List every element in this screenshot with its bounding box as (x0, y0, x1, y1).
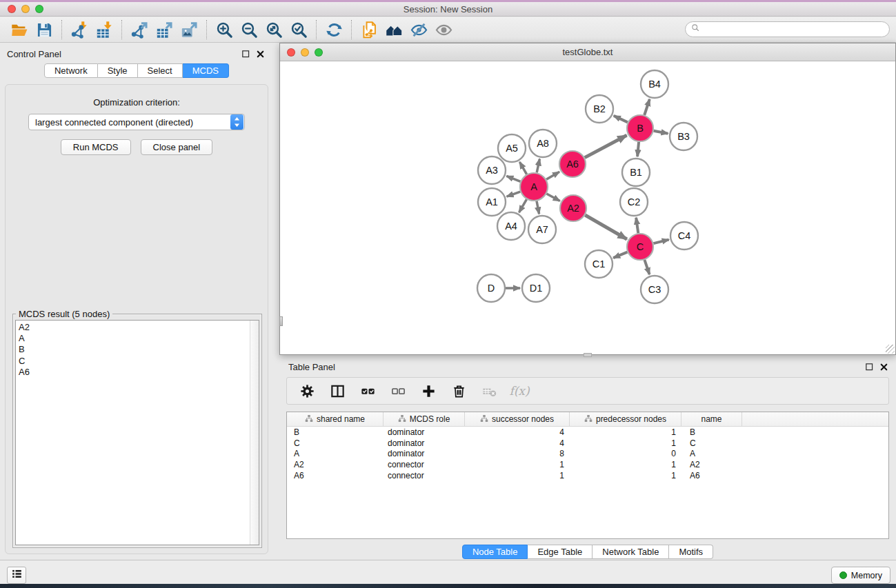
node-B3[interactable]: B3 (670, 123, 697, 150)
edge-A-A2[interactable] (546, 194, 559, 201)
search-input[interactable] (704, 25, 889, 34)
table-row[interactable]: Adominator80A (287, 448, 888, 459)
node-A3[interactable]: A3 (478, 156, 506, 184)
search-box[interactable] (685, 21, 890, 37)
export-image-button[interactable] (177, 19, 201, 41)
edge-C-C2[interactable] (636, 218, 638, 233)
duplicate-network-button[interactable] (357, 19, 381, 41)
mcds-result-item[interactable]: B (19, 344, 250, 355)
task-history-button[interactable] (7, 567, 26, 584)
zoom-selected-button[interactable] (286, 19, 311, 41)
node-C[interactable]: C (627, 234, 653, 260)
edge-A6-B[interactable] (585, 135, 627, 157)
node-A1[interactable]: A1 (478, 188, 506, 216)
select-all-button[interactable] (357, 381, 378, 401)
tab-node-table[interactable]: Node Table (462, 545, 528, 559)
edge-A-A8[interactable] (537, 159, 539, 173)
tab-network[interactable]: Network (44, 63, 98, 78)
open-session-button[interactable] (7, 19, 32, 41)
splitter-handle[interactable] (279, 316, 283, 326)
edge-A-A4[interactable] (519, 199, 527, 212)
delete-table-button[interactable] (479, 381, 499, 401)
edge-B-B4[interactable] (644, 99, 650, 115)
import-table-button[interactable] (92, 19, 117, 41)
mcds-result-item[interactable]: A6 (19, 367, 250, 378)
node-A4[interactable]: A4 (497, 212, 525, 240)
node-A2[interactable]: A2 (560, 195, 586, 221)
home-button[interactable] (381, 19, 406, 41)
toggle-panel-button[interactable] (327, 381, 348, 401)
node-C3[interactable]: C3 (641, 276, 668, 303)
tab-mcds[interactable]: MCDS (183, 63, 229, 78)
node-D[interactable]: D (477, 274, 505, 302)
hide-panel-button[interactable] (406, 19, 431, 41)
mcds-result-item[interactable]: A2 (19, 322, 250, 333)
tab-edge-table[interactable]: Edge Table (528, 545, 593, 559)
mcds-list-scrollbar[interactable] (250, 321, 259, 545)
float-panel-icon[interactable] (241, 49, 251, 59)
node-A8[interactable]: A8 (529, 130, 557, 157)
close-panel-button[interactable]: Close panel (141, 139, 213, 155)
edge-B-B2[interactable] (614, 116, 628, 123)
close-panel-icon[interactable] (255, 49, 266, 59)
function-builder-button[interactable]: f(x) (509, 381, 530, 401)
delete-column-button[interactable] (448, 381, 469, 401)
window-resize-grip[interactable] (886, 345, 895, 354)
node-C4[interactable]: C4 (670, 222, 698, 250)
edge-C-C4[interactable] (653, 240, 668, 244)
float-table-panel-icon[interactable] (864, 362, 875, 372)
import-network-button[interactable] (67, 19, 92, 41)
mcds-result-item[interactable]: A (19, 333, 250, 344)
node-A5[interactable]: A5 (498, 134, 526, 162)
node-A6[interactable]: A6 (559, 151, 586, 177)
tab-motifs[interactable]: Motifs (669, 545, 713, 559)
table-row[interactable]: Cdominator41C (287, 438, 888, 449)
edge-B-B1[interactable] (637, 142, 639, 156)
zoom-fit-button[interactable] (261, 19, 286, 41)
node-B[interactable]: B (627, 115, 653, 141)
column-header-name[interactable]: name (681, 412, 742, 426)
tab-select[interactable]: Select (138, 63, 183, 78)
refresh-button[interactable] (321, 19, 346, 41)
table-row[interactable]: A2connector11A2 (287, 459, 888, 470)
node-B1[interactable]: B1 (622, 159, 650, 186)
node-C1[interactable]: C1 (585, 250, 613, 278)
column-header-successor-nodes[interactable]: successor nodes (465, 412, 570, 426)
column-header-predecessor-nodes[interactable]: predecessor nodes (570, 412, 681, 426)
network-canvas[interactable]: AA1A2A3A4A5A6A7A8BB1B2B3B4CC1C2C3C4DD1 (280, 61, 895, 354)
close-table-panel-icon[interactable] (879, 362, 889, 372)
edge-B-B3[interactable] (654, 131, 668, 134)
table-settings-button[interactable] (297, 381, 317, 401)
zoom-in-button[interactable] (212, 19, 237, 41)
edge-A-A3[interactable] (506, 176, 520, 181)
tab-network-table[interactable]: Network Table (593, 545, 669, 559)
edge-A-A5[interactable] (519, 162, 526, 174)
node-B4[interactable]: B4 (641, 70, 668, 98)
table-row[interactable]: A6connector11A6 (287, 470, 888, 481)
edge-C-C1[interactable] (613, 252, 627, 258)
network-hscroll-thumb[interactable] (584, 353, 592, 357)
network-window-titlebar[interactable]: testGlobe.txt (280, 43, 895, 61)
tab-style[interactable]: Style (98, 63, 138, 78)
node-C2[interactable]: C2 (620, 188, 648, 216)
export-network-button[interactable] (127, 19, 152, 41)
deselect-all-button[interactable] (388, 381, 408, 401)
criterion-dropdown[interactable]: largest connected component (directed) (28, 114, 245, 130)
add-column-button[interactable] (418, 381, 439, 401)
node-A7[interactable]: A7 (528, 216, 556, 243)
column-header-shared-name[interactable]: shared name (287, 412, 384, 426)
memory-button[interactable]: Memory (831, 567, 890, 584)
edge-A-A7[interactable] (537, 201, 539, 214)
node-D1[interactable]: D1 (522, 274, 550, 302)
table-row[interactable]: Bdominator41B (287, 427, 888, 438)
zoom-out-button[interactable] (237, 19, 261, 41)
node-A[interactable]: A (520, 173, 548, 201)
edge-C-C3[interactable] (644, 260, 649, 274)
edge-A-A6[interactable] (546, 172, 559, 179)
node-B2[interactable]: B2 (586, 95, 613, 123)
run-mcds-button[interactable]: Run MCDS (61, 139, 131, 155)
edge-A-A1[interactable] (507, 192, 521, 196)
mcds-result-item[interactable]: C (19, 356, 250, 367)
edge-A2-C[interactable] (585, 215, 627, 239)
save-session-button[interactable] (32, 19, 57, 41)
